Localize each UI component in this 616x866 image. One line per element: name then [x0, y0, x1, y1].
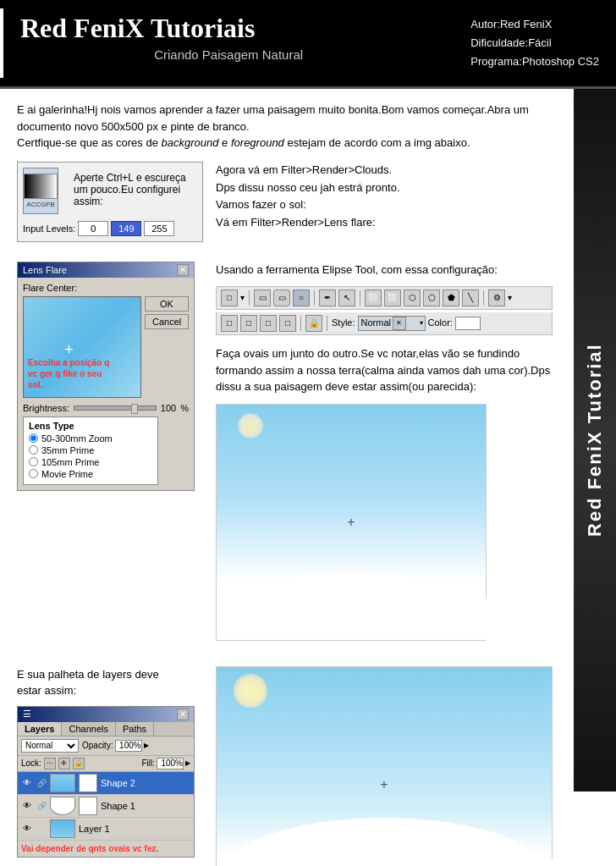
toolbar-separator-6	[327, 316, 327, 331]
path-icon-1[interactable]: □	[221, 315, 238, 332]
brightness-slider[interactable]	[74, 405, 157, 411]
content-wrap: E ai galerinha!Hj nois vamos aprender a …	[17, 102, 553, 866]
path-icon-4[interactable]: □	[279, 315, 296, 332]
layer-link-layer1[interactable]	[36, 824, 47, 834]
tab-paths[interactable]: Paths	[116, 722, 154, 736]
header-left: Red FeniX Tutoriais Criando Paisagem Nat…	[0, 8, 454, 78]
level-255-input[interactable]	[144, 221, 174, 236]
shape-3-icon[interactable]: ⬡	[404, 290, 421, 306]
layer-row-shape1[interactable]: 👁 🔗 Shape 1	[18, 795, 194, 818]
main-content: Red FeniX Tutorial E ai galerinha!Hj noi…	[0, 89, 616, 866]
flare-position-annotation: Escolha a posição q vc ger q fike o seu …	[28, 357, 113, 390]
lens-type-35mm-label: 35mm Prime	[41, 445, 94, 455]
flare-buttons: OK Cancel	[145, 296, 189, 403]
sky-preview-bottom: +	[216, 666, 553, 866]
tutorial-subtitle: Criando Paisagem Natural	[20, 47, 437, 62]
lens-type-35mm[interactable]: 35mm Prime	[29, 445, 152, 455]
lens-flare-dialog: Lens Flare ✕ Flare Center: + Escolha a p…	[17, 262, 195, 491]
side-banner-text: Red FeniX Tutorial	[584, 344, 606, 538]
layers-panel-title: ☰	[23, 709, 31, 720]
flare-preview: + Escolha a posição q vc ger q fike o se…	[23, 296, 141, 398]
layers-close-icon[interactable]: ✕	[177, 709, 189, 720]
path-icon-2[interactable]: □	[240, 315, 257, 332]
rect-shape-icon[interactable]: □	[221, 290, 238, 306]
layer-row-layer1[interactable]: 👁 Layer 1	[18, 818, 194, 841]
opacity-label: Opacity:	[82, 741, 113, 750]
tab-layers[interactable]: Layers	[18, 722, 62, 736]
ellipse-tool-section: □ ▾ ▭ ▭ ○ ✒ ↖ ⬜ ⬜ ⬡ ⬠ ⬟	[216, 286, 553, 335]
toolbar-separator-2	[314, 290, 315, 306]
path-select-icon[interactable]: ↖	[338, 290, 355, 306]
lens-flare-ok-button[interactable]: OK	[145, 296, 189, 312]
meta-dificuldade: Dificuldade:Fácil	[470, 34, 599, 52]
fill-row: Fill: ▶	[141, 758, 190, 769]
layers-titlebar: ☰ ✕	[18, 707, 194, 722]
shape-1-icon[interactable]: ⬜	[365, 290, 382, 306]
rect-tool-icon[interactable]: ▭	[254, 290, 271, 306]
tab-channels[interactable]: Channels	[62, 722, 115, 736]
layer-link-shape2[interactable]: 🔗	[36, 778, 47, 788]
layer-eye-shape1[interactable]: 👁	[21, 800, 33, 812]
lens-type-movie-label: Movie Prime	[41, 469, 93, 479]
lens-type-zoom-label: 50-300mm Zoom	[41, 433, 113, 444]
layer-row-shape2[interactable]: 👁 🔗 Shape 2	[18, 772, 194, 795]
lens-flare-title: Lens Flare	[23, 265, 67, 275]
lens-type-105mm[interactable]: 105mm Prime	[29, 457, 152, 467]
level-0-input[interactable]	[78, 221, 108, 236]
lock-row: Lock: ⋯ ✛ 🔒 Fill: ▶	[18, 756, 194, 772]
custom-shape-icon[interactable]: ⚙	[488, 290, 505, 306]
level-mid-input[interactable]	[111, 221, 141, 236]
flare-crosshair-icon: +	[64, 342, 74, 357]
dropdown-arrow-1[interactable]: ▾	[240, 291, 245, 305]
lens-flare-cancel-button[interactable]: Cancel	[145, 314, 189, 329]
lock-label: Lock:	[21, 758, 41, 768]
layer-thumb-shape1	[50, 797, 75, 815]
lock-move-icon[interactable]: ✛	[58, 758, 70, 769]
flare-preview-container: + Escolha a posição q vc ger q fike o se…	[23, 296, 189, 403]
levels-right: Agora vá em Filter>Render>Clouds.Dps dis…	[216, 162, 553, 249]
side-banner: Red FeniX Tutorial	[574, 89, 616, 792]
lock-dotted-icon[interactable]: ⋯	[44, 758, 56, 769]
lens-ellipse-section: Lens Flare ✕ Flare Center: + Escolha a p…	[17, 262, 553, 654]
lock-all-icon[interactable]: 🔒	[73, 758, 85, 769]
opacity-input[interactable]	[115, 740, 142, 752]
style-select[interactable]: Normal ✕ ▾	[358, 316, 426, 331]
lens-type-movie[interactable]: Movie Prime	[29, 469, 152, 479]
fill-arrow[interactable]: ▶	[185, 759, 190, 767]
fill-input[interactable]	[157, 758, 184, 769]
bottom-section: E sua palheta de layers deve estar assim…	[17, 666, 553, 866]
layer-eye-layer1[interactable]: 👁	[21, 823, 33, 835]
opacity-arrow[interactable]: ▶	[144, 742, 149, 749]
layers-desc-line2: estar assim:	[17, 684, 76, 697]
rounded-rect-icon[interactable]: ▭	[273, 290, 290, 306]
ellipse-tool-icon[interactable]: ○	[293, 290, 310, 306]
sky-preview-large: +	[216, 666, 553, 866]
layers-tabs: Layers Channels Paths	[18, 722, 194, 736]
opacity-row: Opacity: ▶	[82, 740, 149, 752]
shape-5-icon[interactable]: ⬟	[443, 290, 459, 306]
layer-name-layer1: Layer 1	[79, 824, 110, 834]
layer-mask-shape2	[79, 774, 97, 792]
lock-path-icon[interactable]: 🔒	[305, 315, 322, 332]
shape-4-icon[interactable]: ⬠	[423, 290, 440, 306]
path-icon-3[interactable]: □	[260, 315, 277, 332]
style-value: Normal	[361, 316, 391, 331]
toolbar-separator-1	[249, 290, 250, 306]
lens-type-zoom[interactable]: 50-300mm Zoom	[29, 433, 152, 444]
blend-mode-select[interactable]: Normal	[21, 739, 79, 753]
layers-desc-line1: E sua palheta de layers deve	[17, 668, 159, 681]
lens-type-label: Lens Type	[29, 421, 152, 431]
dropdown-arrow-2[interactable]: ▾	[508, 291, 512, 305]
levels-ctrl-text: Aperte Ctrl+L e escureça um pouco.Eu con…	[74, 172, 186, 207]
style-dropdown-arrow: ▾	[420, 318, 423, 329]
levels-screenshot: ACCGFB Aperte Ctrl+L e escureça um pouco…	[17, 162, 203, 242]
lens-flare-close-button[interactable]: ✕	[177, 264, 189, 276]
pen-tool-icon[interactable]: ✒	[319, 290, 336, 306]
line-tool-icon[interactable]: ╲	[462, 290, 479, 306]
layer-eye-shape2[interactable]: 👁	[21, 777, 33, 789]
color-swatch[interactable]	[455, 317, 481, 330]
fg-text: foreground	[231, 136, 284, 149]
style-label: Style:	[332, 316, 355, 331]
shape-2-icon[interactable]: ⬜	[384, 290, 401, 306]
layer-link-shape1[interactable]: 🔗	[36, 801, 47, 811]
